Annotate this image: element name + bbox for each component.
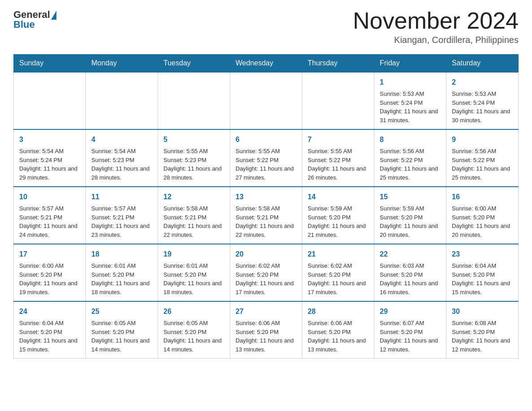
day-number: 21 — [308, 249, 369, 260]
col-tuesday: Tuesday — [158, 55, 230, 73]
day-number: 20 — [236, 249, 296, 260]
day-number: 29 — [380, 306, 441, 317]
calendar-cell: 29Sunrise: 6:07 AMSunset: 5:20 PMDayligh… — [374, 301, 446, 359]
calendar-cell — [302, 72, 374, 129]
day-info: Sunrise: 6:05 AMSunset: 5:20 PMDaylight:… — [163, 319, 224, 354]
day-number: 5 — [163, 134, 224, 145]
calendar-cell: 6Sunrise: 5:55 AMSunset: 5:22 PMDaylight… — [230, 129, 302, 187]
day-number: 13 — [236, 192, 296, 202]
calendar-cell: 9Sunrise: 5:56 AMSunset: 5:22 PMDaylight… — [446, 129, 519, 187]
header-row: Sunday Monday Tuesday Wednesday Thursday… — [14, 55, 519, 73]
day-info: Sunrise: 5:54 AMSunset: 5:23 PMDaylight:… — [91, 147, 152, 182]
day-info: Sunrise: 5:55 AMSunset: 5:22 PMDaylight:… — [236, 147, 296, 182]
day-info: Sunrise: 5:56 AMSunset: 5:22 PMDaylight:… — [380, 147, 441, 182]
title-section: November 2024 Kiangan, Cordillera, Phili… — [353, 9, 519, 45]
day-info: Sunrise: 6:05 AMSunset: 5:20 PMDaylight:… — [91, 319, 152, 354]
day-number: 4 — [91, 134, 152, 145]
calendar-cell: 11Sunrise: 5:57 AMSunset: 5:21 PMDayligh… — [86, 187, 158, 244]
calendar-week-1: 1Sunrise: 5:53 AMSunset: 5:24 PMDaylight… — [14, 72, 519, 129]
calendar-cell: 4Sunrise: 5:54 AMSunset: 5:23 PMDaylight… — [86, 129, 158, 187]
calendar-cell: 16Sunrise: 6:00 AMSunset: 5:20 PMDayligh… — [446, 187, 519, 244]
calendar-cell: 12Sunrise: 5:58 AMSunset: 5:21 PMDayligh… — [158, 187, 230, 244]
day-number: 6 — [236, 134, 296, 145]
calendar-cell: 17Sunrise: 6:00 AMSunset: 5:20 PMDayligh… — [14, 244, 86, 301]
day-info: Sunrise: 5:53 AMSunset: 5:24 PMDaylight:… — [380, 90, 441, 124]
logo-blue-text: Blue — [13, 19, 35, 30]
day-info: Sunrise: 5:58 AMSunset: 5:21 PMDaylight:… — [163, 204, 224, 239]
day-number: 2 — [452, 77, 513, 88]
calendar-body: 1Sunrise: 5:53 AMSunset: 5:24 PMDaylight… — [14, 72, 519, 359]
location-subtitle: Kiangan, Cordillera, Philippines — [353, 35, 519, 45]
day-info: Sunrise: 6:02 AMSunset: 5:20 PMDaylight:… — [236, 261, 296, 296]
calendar-cell: 1Sunrise: 5:53 AMSunset: 5:24 PMDaylight… — [374, 72, 446, 129]
calendar-cell: 19Sunrise: 6:01 AMSunset: 5:20 PMDayligh… — [158, 244, 230, 301]
day-info: Sunrise: 5:54 AMSunset: 5:24 PMDaylight:… — [19, 147, 80, 182]
page-header: General Blue November 2024 Kiangan, Cord… — [13, 9, 519, 45]
day-info: Sunrise: 6:07 AMSunset: 5:20 PMDaylight:… — [380, 319, 441, 354]
month-title: November 2024 — [353, 9, 519, 32]
calendar-cell — [86, 72, 158, 129]
day-number: 23 — [452, 249, 513, 260]
calendar-cell: 23Sunrise: 6:04 AMSunset: 5:20 PMDayligh… — [446, 244, 519, 301]
day-info: Sunrise: 6:04 AMSunset: 5:20 PMDaylight:… — [452, 261, 513, 296]
day-info: Sunrise: 6:08 AMSunset: 5:20 PMDaylight:… — [452, 319, 513, 354]
calendar-cell: 30Sunrise: 6:08 AMSunset: 5:20 PMDayligh… — [446, 301, 519, 359]
calendar-week-5: 24Sunrise: 6:04 AMSunset: 5:20 PMDayligh… — [14, 301, 519, 359]
day-info: Sunrise: 6:01 AMSunset: 5:20 PMDaylight:… — [91, 261, 152, 296]
calendar-cell: 3Sunrise: 5:54 AMSunset: 5:24 PMDaylight… — [14, 129, 86, 187]
day-info: Sunrise: 6:06 AMSunset: 5:20 PMDaylight:… — [236, 319, 296, 354]
day-info: Sunrise: 5:57 AMSunset: 5:21 PMDaylight:… — [19, 204, 80, 239]
day-number: 28 — [308, 306, 369, 317]
calendar-week-4: 17Sunrise: 6:00 AMSunset: 5:20 PMDayligh… — [14, 244, 519, 301]
day-number: 30 — [452, 306, 513, 317]
day-number: 12 — [163, 192, 224, 202]
calendar-header: Sunday Monday Tuesday Wednesday Thursday… — [14, 55, 519, 73]
day-number: 22 — [380, 249, 441, 260]
col-sunday: Sunday — [14, 55, 86, 73]
calendar-cell: 27Sunrise: 6:06 AMSunset: 5:20 PMDayligh… — [230, 301, 302, 359]
day-number: 16 — [452, 192, 513, 202]
calendar-cell: 18Sunrise: 6:01 AMSunset: 5:20 PMDayligh… — [86, 244, 158, 301]
day-info: Sunrise: 6:01 AMSunset: 5:20 PMDaylight:… — [163, 261, 224, 296]
day-info: Sunrise: 5:58 AMSunset: 5:21 PMDaylight:… — [236, 204, 296, 239]
day-number: 25 — [91, 306, 152, 317]
day-info: Sunrise: 5:55 AMSunset: 5:23 PMDaylight:… — [163, 147, 224, 182]
day-number: 1 — [380, 77, 441, 88]
day-number: 19 — [163, 249, 224, 260]
day-info: Sunrise: 6:00 AMSunset: 5:20 PMDaylight:… — [19, 261, 80, 296]
day-info: Sunrise: 5:53 AMSunset: 5:24 PMDaylight:… — [452, 90, 513, 124]
calendar-cell: 5Sunrise: 5:55 AMSunset: 5:23 PMDaylight… — [158, 129, 230, 187]
calendar-cell — [158, 72, 230, 129]
col-monday: Monday — [86, 55, 158, 73]
calendar-cell: 26Sunrise: 6:05 AMSunset: 5:20 PMDayligh… — [158, 301, 230, 359]
day-number: 14 — [308, 192, 369, 202]
day-number: 24 — [19, 306, 80, 317]
logo: General Blue — [13, 9, 56, 30]
day-info: Sunrise: 5:57 AMSunset: 5:21 PMDaylight:… — [91, 204, 152, 239]
day-info: Sunrise: 5:59 AMSunset: 5:20 PMDaylight:… — [308, 204, 369, 239]
calendar-cell: 22Sunrise: 6:03 AMSunset: 5:20 PMDayligh… — [374, 244, 446, 301]
day-info: Sunrise: 6:04 AMSunset: 5:20 PMDaylight:… — [19, 319, 80, 354]
calendar-week-3: 10Sunrise: 5:57 AMSunset: 5:21 PMDayligh… — [14, 187, 519, 244]
day-info: Sunrise: 6:02 AMSunset: 5:20 PMDaylight:… — [308, 261, 369, 296]
calendar-cell: 21Sunrise: 6:02 AMSunset: 5:20 PMDayligh… — [302, 244, 374, 301]
calendar-cell — [230, 72, 302, 129]
calendar-cell: 14Sunrise: 5:59 AMSunset: 5:20 PMDayligh… — [302, 187, 374, 244]
calendar-cell — [14, 72, 86, 129]
day-number: 18 — [91, 249, 152, 260]
day-number: 27 — [236, 306, 296, 317]
calendar-week-2: 3Sunrise: 5:54 AMSunset: 5:24 PMDaylight… — [14, 129, 519, 187]
day-number: 11 — [91, 192, 152, 202]
day-info: Sunrise: 5:55 AMSunset: 5:22 PMDaylight:… — [308, 147, 369, 182]
day-number: 9 — [452, 134, 513, 145]
day-number: 15 — [380, 192, 441, 202]
calendar-cell: 2Sunrise: 5:53 AMSunset: 5:24 PMDaylight… — [446, 72, 519, 129]
day-number: 3 — [19, 134, 80, 145]
day-number: 26 — [163, 306, 224, 317]
calendar-cell: 28Sunrise: 6:06 AMSunset: 5:20 PMDayligh… — [302, 301, 374, 359]
calendar-cell: 25Sunrise: 6:05 AMSunset: 5:20 PMDayligh… — [86, 301, 158, 359]
col-friday: Friday — [374, 55, 446, 73]
day-info: Sunrise: 6:00 AMSunset: 5:20 PMDaylight:… — [452, 204, 513, 239]
calendar-cell: 7Sunrise: 5:55 AMSunset: 5:22 PMDaylight… — [302, 129, 374, 187]
calendar-cell: 13Sunrise: 5:58 AMSunset: 5:21 PMDayligh… — [230, 187, 302, 244]
